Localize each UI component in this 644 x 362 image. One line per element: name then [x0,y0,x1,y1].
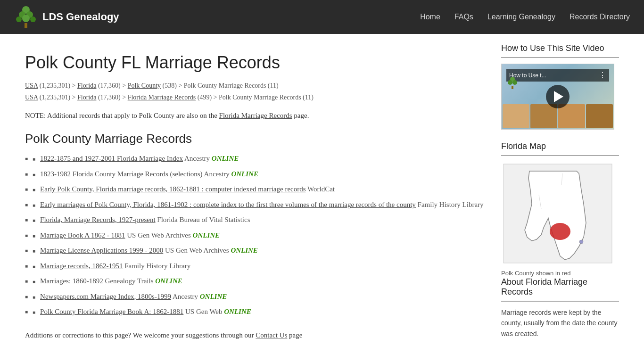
breadcrumb-polk-1[interactable]: Polk County [128,82,161,89]
list-item: ■ Marriages: 1860-1892 Genealogy Trails … [25,276,487,287]
online-badge-1: ONLINE [231,170,258,178]
provider-5: US Gen Web Archives [127,231,192,239]
record-link-7[interactable]: Marriage records, 1862-1951 [40,262,123,270]
nav-home[interactable]: Home [420,13,440,21]
note-text-end: page. [294,112,309,119]
list-bullet: ■ [33,278,35,285]
record-link-6[interactable]: Marriage License Applications 1999 - 200… [40,247,163,254]
provider-4: Florida Bureau of Vital Statistics [157,216,250,223]
breadcrumb-usa-count-1: (1,235,301) > [40,82,77,89]
list-bullet: ■ [33,247,35,255]
record-link-8[interactable]: Marriages: 1860-1892 [40,277,103,285]
additions-note: Additions or corrections to this page? W… [25,331,487,339]
list-item-content: Early Polk County, Florida marriage reco… [40,184,335,195]
record-link-0[interactable]: 1822-1875 and 1927-2001 Florida Marriage… [40,155,183,162]
list-item-content: Marriage Book A 1862 - 1881 US Gen Web A… [40,230,220,241]
florida-map-section: Florida Map Polk County shown [501,141,619,265]
breadcrumb-usa-1[interactable]: USA [25,82,38,89]
list-item: ■ 1822-1875 and 1927-2001 Florida Marria… [25,153,487,164]
svg-point-9 [512,80,517,85]
additions-end: page [289,331,302,339]
list-bullet: ■ [33,171,35,178]
video-divider [501,57,619,58]
svg-point-8 [508,80,512,85]
breadcrumb-usa-2[interactable]: USA [25,94,38,101]
provider-10: US Gen Web [185,308,224,315]
main-content: Polk County FL Marriage Records USA (1,2… [25,43,487,351]
video-menu-dots-icon: ⋮ [599,71,606,80]
logo-tree-icon [14,5,38,29]
list-item-content: Newspapers.com Marriage Index, 1800s-199… [40,291,227,302]
list-item-content: Polk County Florida Marriage Book A: 186… [40,306,251,317]
breadcrumb-florida-marriage-end: (499) > Polk County Marriage Records (11… [198,94,314,101]
list-bullet: ■ [33,156,35,163]
play-button[interactable] [546,85,570,108]
provider-2: WorldCat [307,185,335,193]
provider-6: US Gen Web Archives [165,247,231,254]
list-bullet: ■ [33,263,35,270]
list-item: ■ Marriage records, 1862-1951 Family His… [25,261,487,272]
online-badge-9: ONLINE [200,293,227,300]
breadcrumb-line-2: USA (1,235,301) > Florida (17,360) > Flo… [25,91,487,103]
record-link-5[interactable]: Marriage Book A 1862 - 1881 [40,231,125,239]
online-badge-5: ONLINE [193,231,220,239]
list-bullet: ■ [33,186,35,193]
breadcrumb-florida-1[interactable]: Florida [77,82,96,89]
additions-text: Additions or corrections to this page? W… [25,331,254,339]
contact-us-link[interactable]: Contact Us [256,331,287,339]
list-item-content: 1823-1982 Florida County Marriage Record… [40,169,258,180]
list-bullet: ■ [33,309,35,316]
nav-learning-genealogy[interactable]: Learning Genealogy [487,13,555,21]
record-link-2[interactable]: Early Polk County, Florida marriage reco… [40,185,305,193]
record-link-10[interactable]: Polk County Florida Marriage Book A: 186… [40,308,183,315]
breadcrumb-polk-end-1: (538) > Polk County Marriage Records (11… [163,82,279,89]
list-item-content: Marriages: 1860-1892 Genealogy Trails ON… [40,276,182,287]
video-section: How to Use This Site Video How to Use t.… [501,43,619,130]
video-person-2 [530,104,557,128]
svg-point-12 [550,223,570,240]
video-logo-icon [505,76,520,90]
nav-records-directory[interactable]: Records Directory [570,13,630,21]
list-item: ■ Early marriages of Polk County, Florid… [25,199,487,210]
svg-rect-10 [512,86,513,89]
sidebar: How to Use This Site Video How to Use t.… [501,43,619,351]
logo-area[interactable]: LDS Genealogy [14,5,420,29]
provider-9: Ancestry [173,293,200,300]
online-badge-8: ONLINE [155,277,182,285]
video-thumbnail[interactable]: How to Use t... ⋮ [501,64,614,130]
list-item-content: Early marriages of Polk County, Florida,… [40,199,483,210]
svg-point-3 [16,16,22,22]
video-title-bar: How to Use t... ⋮ [506,69,609,82]
provider-3: Family History Library [418,201,484,208]
record-link-3[interactable]: Early marriages of Polk County, Florida,… [40,201,416,208]
list-item: ■ Polk County Florida Marriage Book A: 1… [25,306,487,317]
records-list: ■ 1822-1875 and 1927-2001 Florida Marria… [25,153,487,317]
logo-text: LDS Genealogy [42,11,119,23]
breadcrumb-florida-2[interactable]: Florida [77,94,96,101]
section-heading: Polk County Marriage Records [25,132,487,146]
breadcrumbs: USA (1,235,301) > Florida (17,360) > Pol… [25,80,487,103]
online-badge-10: ONLINE [224,308,251,315]
online-badge-6: ONLINE [231,247,258,254]
about-text: Marriage records were kept by the county… [501,307,619,339]
nav-faqs[interactable]: FAQs [454,13,473,21]
record-link-1[interactable]: 1823-1982 Florida County Marriage Record… [40,170,203,178]
page-title: Polk County FL Marriage Records [25,53,487,73]
record-link-9[interactable]: Newspapers.com Marriage Index, 1800s-199… [40,293,171,300]
breadcrumb-florida-marriage[interactable]: Florida Marriage Records [128,94,196,101]
record-link-4[interactable]: Florida, Marriage Records, 1927-present [40,216,156,223]
video-section-title: How to Use This Site Video [501,43,619,53]
provider-8: Genealogy Trails [105,277,156,285]
map-section-title: Florida Map [501,141,619,151]
florida-map-svg [501,162,614,265]
note-text-start: NOTE: Additional records that apply to P… [25,112,217,119]
breadcrumb-florida-count-2: (17,360) > [98,94,128,101]
florida-marriage-records-link[interactable]: Florida Marriage Records [219,112,292,119]
about-divider [501,301,619,302]
list-item: ■ Marriage Book A 1862 - 1881 US Gen Web… [25,230,487,241]
about-section-title: About Florida Marriage Records [501,277,619,297]
about-section: About Florida Marriage Records Marriage … [501,277,619,339]
breadcrumb-line-1: USA (1,235,301) > Florida (17,360) > Pol… [25,80,487,91]
svg-rect-6 [25,23,27,28]
video-person-1 [503,104,529,128]
